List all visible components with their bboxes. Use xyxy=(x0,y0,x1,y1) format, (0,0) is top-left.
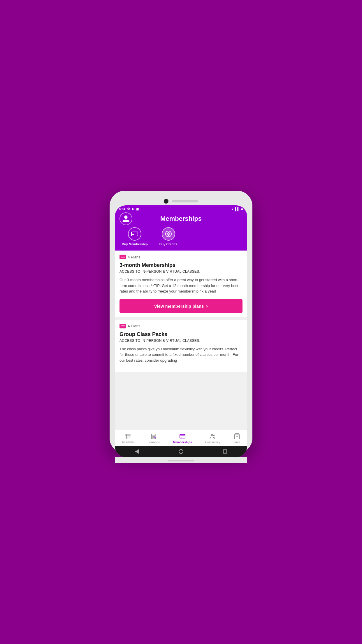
timetable-icon xyxy=(124,433,131,440)
time-display: 6:04 xyxy=(119,207,125,211)
header-top: Memberships xyxy=(120,215,242,223)
membership-card-icon xyxy=(128,227,141,241)
home-icon xyxy=(179,449,183,454)
view-plans-label-1: View membership plans xyxy=(154,304,204,309)
nav-memberships[interactable]: Memberships xyxy=(171,432,194,444)
nav-community[interactable]: Community xyxy=(203,432,222,444)
content-area: 4 Plans 3-month Memberships ACCESS TO IN… xyxy=(115,251,247,430)
svg-rect-15 xyxy=(180,435,185,438)
header-actions: Buy Membership Buy Credits xyxy=(120,227,242,246)
signal-icon: ▌▌ xyxy=(235,207,240,211)
phone-bottom xyxy=(115,457,247,463)
store-label: Store xyxy=(233,441,240,444)
sd-icon: ▣ xyxy=(136,207,139,211)
bottom-speaker xyxy=(168,460,194,461)
arrow-icon-1: › xyxy=(206,303,208,309)
gear-icon: ⚙ xyxy=(127,207,130,211)
store-icon xyxy=(233,433,240,440)
phone-device: 6:04 ⚙ ▶ ▣ ▲ ▌▌ ▰ Memberships xyxy=(110,191,252,453)
svg-point-19 xyxy=(213,435,215,436)
community-label: Community xyxy=(205,441,220,444)
svg-point-18 xyxy=(211,434,213,436)
plans-icon-1 xyxy=(120,255,126,259)
front-camera xyxy=(164,199,168,204)
bookings-label: Bookings xyxy=(148,441,160,444)
view-plans-button-1[interactable]: View membership plans › xyxy=(120,299,242,313)
status-right-icons: ▲ ▌▌ ▰ xyxy=(231,207,243,211)
bookings-icon xyxy=(150,433,157,440)
status-bar: 6:04 ⚙ ▶ ▣ ▲ ▌▌ ▰ xyxy=(115,205,247,213)
memberships-label: Memberships xyxy=(173,441,192,444)
card-subtitle-2: ACCESS TO IN-PERSON & VIRTUAL CLASSES. xyxy=(120,339,242,343)
recents-icon xyxy=(223,449,227,454)
credits-icon xyxy=(162,227,175,241)
wifi-icon: ▲ xyxy=(231,207,234,211)
page-title: Memberships xyxy=(160,215,202,223)
buy-membership-button[interactable]: Buy Membership xyxy=(122,227,148,246)
card-subtitle-1: ACCESS TO IN-PERSON & VIRTUAL CLASSES. xyxy=(120,270,242,274)
play-icon: ▶ xyxy=(132,207,134,211)
top-speaker xyxy=(172,200,198,202)
avatar[interactable] xyxy=(120,212,132,225)
phone-top-notch xyxy=(115,196,247,205)
memberships-icon xyxy=(179,433,186,440)
app-header: Memberships Buy Membership xyxy=(115,213,247,251)
plans-count-1: 4 Plans xyxy=(128,255,140,259)
plans-badge-1: 4 Plans xyxy=(120,255,242,259)
buy-credits-label: Buy Credits xyxy=(159,242,178,246)
card-description-2: The class packs give you maximum flexibi… xyxy=(120,346,242,363)
nav-timetable[interactable]: Timetable xyxy=(119,432,137,444)
svg-rect-0 xyxy=(131,232,138,236)
nav-bookings[interactable]: Bookings xyxy=(145,432,162,444)
bottom-navigation: Timetable Bookings xyxy=(115,430,247,446)
user-icon xyxy=(122,215,130,223)
card-title-2: Group Class Packs xyxy=(120,331,242,337)
android-navigation-bar xyxy=(115,446,247,457)
plans-icon-2 xyxy=(120,324,126,328)
nav-store[interactable]: Store xyxy=(231,432,243,444)
community-icon xyxy=(209,433,216,440)
card-description-1: Our 3-month memberships offer a great wa… xyxy=(120,277,242,294)
timetable-label: Timetable xyxy=(122,441,134,444)
back-button[interactable] xyxy=(134,449,140,454)
phone-screen: 6:04 ⚙ ▶ ▣ ▲ ▌▌ ▰ Memberships xyxy=(115,205,247,457)
home-button[interactable] xyxy=(178,449,184,454)
status-left-icons: 6:04 ⚙ ▶ ▣ xyxy=(119,207,139,211)
back-icon xyxy=(135,449,139,454)
plans-badge-2: 4 Plans xyxy=(120,324,242,328)
plans-count-2: 4 Plans xyxy=(128,324,140,328)
recents-button[interactable] xyxy=(222,449,228,454)
buy-credits-button[interactable]: Buy Credits xyxy=(159,227,178,246)
membership-card-1: 4 Plans 3-month Memberships ACCESS TO IN… xyxy=(115,251,247,317)
card-title-1: 3-month Memberships xyxy=(120,262,242,268)
membership-card-2: 4 Plans Group Class Packs ACCESS TO IN-P… xyxy=(115,320,247,372)
buy-membership-label: Buy Membership xyxy=(122,242,148,246)
battery-icon: ▰ xyxy=(241,207,243,211)
